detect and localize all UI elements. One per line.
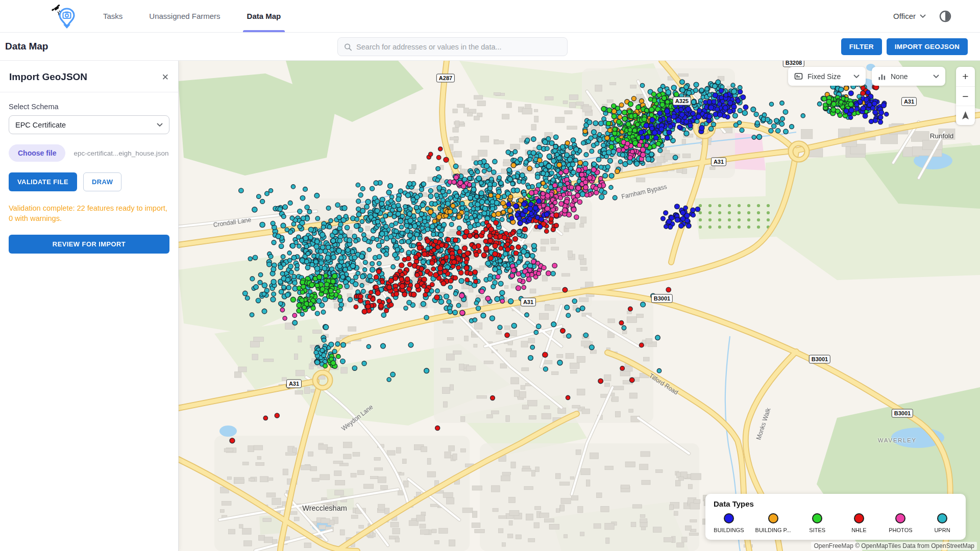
legend-label: BUILDINGS — [714, 527, 744, 533]
page-title: Data Map — [5, 41, 48, 52]
legend-label: PHOTOS — [889, 527, 912, 533]
legend-item[interactable]: PHOTOS — [885, 513, 916, 533]
header-actions: FILTER IMPORT GEOJSON — [841, 38, 968, 55]
legend-items: BUILDINGSBUILDING P...SITESNHLEPHOTOSUPR… — [714, 513, 958, 533]
map-pin-camera-logo-icon — [51, 4, 78, 30]
legend-label: SITES — [809, 527, 825, 533]
legend-color-dot — [937, 513, 947, 523]
schema-label: Select Schema — [9, 103, 169, 111]
road-shield: A31 — [286, 380, 302, 388]
legend-label: NHLE — [851, 527, 866, 533]
road-shield: B3001 — [892, 409, 913, 418]
road-shield: A31 — [521, 298, 536, 307]
data-types-legend: Data Types BUILDINGSBUILDING P...SITESNH… — [705, 494, 966, 540]
chevron-down-icon — [933, 74, 939, 79]
compass-button[interactable] — [956, 106, 975, 125]
chevron-down-icon — [157, 123, 163, 127]
place-label: WAVERLEY — [878, 437, 917, 443]
close-icon[interactable]: ✕ — [162, 73, 169, 82]
legend-label: BUILDING P... — [755, 527, 791, 533]
point-size-dropdown[interactable]: Fixed Size — [788, 67, 866, 86]
place-label: Runfold — [930, 132, 954, 140]
search-box[interactable] — [337, 37, 568, 56]
road-shield: B3001 — [651, 294, 673, 303]
compass-arrow-icon — [961, 111, 970, 120]
choose-file-button[interactable]: Choose file — [9, 144, 65, 162]
chevron-down-icon — [853, 74, 860, 79]
place-label: Wrecclesham — [302, 504, 347, 512]
tab-unassigned-farmers[interactable]: Unassigned Farmers — [136, 0, 233, 32]
legend-color-dot — [724, 513, 734, 523]
road-shield: A287 — [436, 74, 455, 83]
tab-data-map[interactable]: Data Map — [234, 0, 295, 32]
zoom-out-button[interactable]: − — [956, 86, 975, 106]
validate-file-button[interactable]: VALIDATE FILE — [9, 172, 77, 191]
point-size-value: Fixed Size — [807, 72, 849, 81]
filter-button[interactable]: FILTER — [841, 38, 882, 55]
road-shield: A31 — [901, 97, 917, 106]
map-attribution[interactable]: OpenFreeMap © OpenMapTiles Data from Ope… — [811, 542, 977, 550]
legend-label: UPRN — [934, 527, 950, 533]
legend-color-dot — [895, 513, 905, 523]
panel-header: Import GeoJSON ✕ — [0, 61, 178, 92]
road-shield: B3208 — [783, 61, 804, 67]
app-root: B3208A287A325A31A31A31A31B3001B3001B3001… — [0, 0, 980, 551]
road-shield: B3001 — [809, 355, 830, 364]
user-role-label: Officer — [893, 12, 916, 20]
metric-dropdown[interactable]: None — [872, 67, 945, 86]
road-shield: A31 — [711, 158, 726, 166]
legend-item[interactable]: BUILDINGS — [714, 513, 744, 533]
chevron-down-icon — [920, 14, 926, 18]
legend-color-dot — [812, 513, 822, 523]
search-icon — [344, 43, 352, 51]
user-role-dropdown[interactable]: Officer — [893, 12, 926, 20]
zoom-in-button[interactable]: + — [956, 67, 975, 86]
draw-button[interactable]: DRAW — [83, 172, 121, 191]
selected-file-name: epc-certificat...eigh_house.json — [74, 149, 168, 157]
metric-value: None — [891, 72, 928, 81]
topbar-right: Officer — [893, 10, 951, 22]
contrast-icon — [939, 10, 951, 22]
schema-select[interactable]: EPC Certificate — [9, 115, 169, 134]
legend-color-dot — [768, 513, 778, 523]
legend-color-dot — [854, 513, 864, 523]
nav-tabs: Tasks Unassigned Farmers Data Map — [90, 0, 294, 32]
panel-title: Import GeoJSON — [9, 71, 87, 83]
legend-item[interactable]: BUILDING P... — [755, 513, 791, 533]
page-header: Data Map FILTER IMPORT GEOJSON — [0, 33, 980, 61]
bar-chart-icon — [878, 72, 886, 81]
validation-message: Validation complete: 22 features ready t… — [9, 204, 169, 223]
fixed-size-icon — [794, 72, 803, 81]
search-input[interactable] — [356, 43, 561, 51]
road-shield: A325 — [673, 97, 691, 106]
import-geojson-panel: Import GeoJSON ✕ Select Schema EPC Certi… — [0, 61, 179, 551]
schema-select-value: EPC Certificate — [15, 121, 66, 129]
theme-contrast-toggle[interactable] — [939, 10, 951, 22]
map-zoom-controls: + − — [956, 67, 975, 125]
legend-title: Data Types — [714, 499, 958, 508]
panel-body: Select Schema EPC Certificate Choose fil… — [0, 92, 178, 264]
top-navigation-bar: Tasks Unassigned Farmers Data Map Office… — [0, 0, 980, 33]
review-for-import-button[interactable]: REVIEW FOR IMPORT — [9, 235, 169, 254]
legend-item[interactable]: NHLE — [844, 513, 874, 533]
legend-item[interactable]: UPRN — [927, 513, 958, 533]
validate-row: VALIDATE FILE DRAW — [9, 172, 169, 191]
tab-tasks[interactable]: Tasks — [90, 0, 136, 32]
app-logo[interactable] — [51, 4, 78, 29]
file-row: Choose file epc-certificat...eigh_house.… — [9, 144, 169, 162]
import-geojson-button[interactable]: IMPORT GEOJSON — [887, 38, 968, 55]
legend-item[interactable]: SITES — [802, 513, 832, 533]
